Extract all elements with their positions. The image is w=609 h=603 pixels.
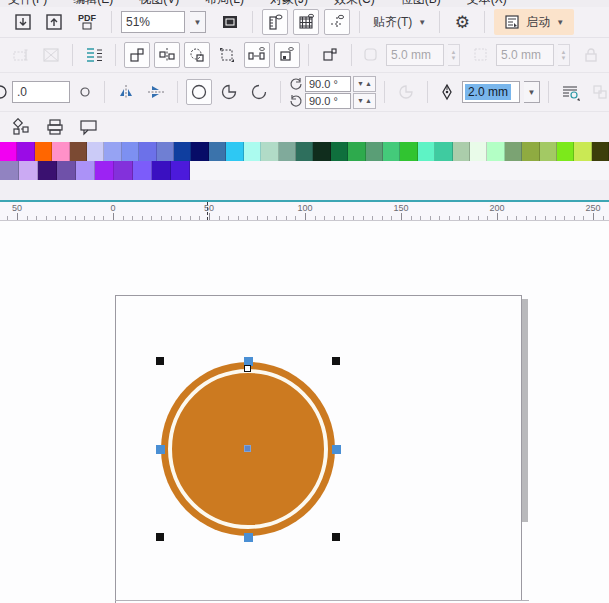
color-swatch[interactable] [17,142,34,161]
color-swatch[interactable] [38,161,57,180]
color-swatch[interactable] [35,142,52,161]
menu-item[interactable]: 文件(F) [8,0,47,7]
bleed-bottom-spinner[interactable]: ▲ ▼ [558,44,570,66]
color-swatch[interactable] [557,142,574,161]
color-swatch[interactable] [505,142,522,161]
color-swatch[interactable] [209,142,226,161]
corner-handle[interactable] [156,357,164,365]
free-transform-button[interactable] [214,42,240,68]
menu-item[interactable]: 文本(X) [467,0,507,7]
color-swatch[interactable] [400,142,417,161]
color-swatch[interactable] [114,161,133,180]
edit-anchor-button[interactable] [317,42,343,68]
color-swatch[interactable] [540,142,557,161]
color-swatch[interactable] [348,142,365,161]
align-edge-button[interactable] [154,42,180,68]
arc-mode-button[interactable] [246,79,272,105]
color-swatch[interactable] [487,142,504,161]
color-swatch[interactable] [87,142,104,161]
color-swatch[interactable] [418,142,435,161]
publish-pdf-button[interactable]: PDF [72,9,102,35]
color-swatch[interactable] [574,142,591,161]
circle-object[interactable] [0,221,609,603]
color-swatch[interactable] [366,142,383,161]
print-merge-button[interactable] [44,116,66,138]
start-angle-field[interactable]: 90.0 ° [305,76,351,92]
color-swatch[interactable] [435,142,452,161]
bleed-top-spinner[interactable]: ▲ ▼ [448,44,460,66]
drawing-canvas[interactable] [0,221,609,603]
options-button[interactable]: ⚙ [449,9,475,35]
color-swatch[interactable] [19,161,38,180]
color-swatch[interactable] [133,161,152,180]
color-swatch[interactable] [279,142,296,161]
menu-bar[interactable]: 文件(F)编辑(E)视图(V)布局(L)对象(J)效果(C)位图(B)文本(X) [0,0,609,7]
center-on-page-button[interactable] [184,42,210,68]
color-swatch[interactable] [152,161,171,180]
spacing-settings-button[interactable] [81,42,107,68]
color-swatch[interactable] [171,161,190,180]
color-swatch[interactable] [592,142,609,161]
corner-handle[interactable] [332,357,340,365]
proportional-button[interactable] [74,81,96,103]
menu-item[interactable]: 位图(B) [401,0,441,7]
zoom-level-combobox[interactable]: 51% [121,11,185,33]
show-guidelines-toggle[interactable] [324,9,350,35]
color-swatch[interactable] [104,142,121,161]
comments-button[interactable] [78,116,100,138]
start-angle-spinner[interactable]: ▼ ▲ [353,76,376,92]
color-swatch[interactable] [52,142,69,161]
color-swatch[interactable] [0,161,19,180]
mid-handle[interactable] [156,445,165,454]
fullscreen-preview-button[interactable] [217,9,243,35]
mirror-horizontal-button[interactable] [113,79,139,105]
color-swatch[interactable] [191,142,208,161]
color-swatch[interactable] [139,142,156,161]
menu-item[interactable]: 布局(L) [205,0,244,7]
color-swatch[interactable] [331,142,348,161]
menu-item[interactable]: 视图(V) [139,0,179,7]
launch-button[interactable]: 启动 ▼ [494,9,574,35]
menu-item[interactable]: 编辑(E) [73,0,113,7]
color-swatch[interactable] [122,142,139,161]
mid-handle[interactable] [244,533,253,542]
coordinate-field[interactable]: .0 [12,81,70,103]
end-angle-spinner[interactable]: ▼ ▲ [353,93,376,109]
object-tree-button[interactable] [10,116,32,138]
show-rulers-toggle[interactable] [262,9,288,35]
pie-mode-button[interactable] [216,79,242,105]
outline-width-combobox[interactable]: 2.0 mm [462,81,520,103]
transform-objects-button[interactable] [124,42,150,68]
corner-handle[interactable] [156,533,164,541]
bleed-bottom-field[interactable]: 5.0 mm [496,44,554,66]
distribute-objects-button[interactable] [244,42,270,68]
color-swatch[interactable] [0,142,17,161]
wrap-text-button[interactable] [557,79,583,105]
mid-handle[interactable] [332,445,341,454]
color-swatch[interactable] [261,142,278,161]
color-swatch[interactable] [244,142,261,161]
horizontal-ruler[interactable]: 50050100150200250 [0,200,609,221]
outline-width-dropdown-arrow[interactable]: ▼ [524,81,540,103]
color-swatch[interactable] [57,161,76,180]
color-swatch[interactable] [522,142,539,161]
menu-item[interactable]: 效果(C) [334,0,375,7]
export-button[interactable] [41,9,67,35]
outline-pen-button[interactable] [436,81,458,103]
color-swatch[interactable] [157,142,174,161]
import-button[interactable] [10,9,36,35]
corner-handle[interactable] [332,533,340,541]
bleed-top-field[interactable]: 5.0 mm [386,44,444,66]
color-swatch[interactable] [95,161,114,180]
color-swatch[interactable] [313,142,330,161]
end-angle-field[interactable]: 90.0 ° [305,93,351,109]
color-swatch[interactable] [470,142,487,161]
color-swatch[interactable] [226,142,243,161]
color-swatch[interactable] [453,142,470,161]
mirror-vertical-button[interactable] [143,79,169,105]
fit-to-page-button[interactable] [274,42,300,68]
ellipse-mode-button[interactable] [186,79,212,105]
object-center-marker[interactable] [244,445,251,452]
zoom-level-dropdown-arrow[interactable]: ▼ [190,11,206,33]
color-swatch[interactable] [76,161,95,180]
